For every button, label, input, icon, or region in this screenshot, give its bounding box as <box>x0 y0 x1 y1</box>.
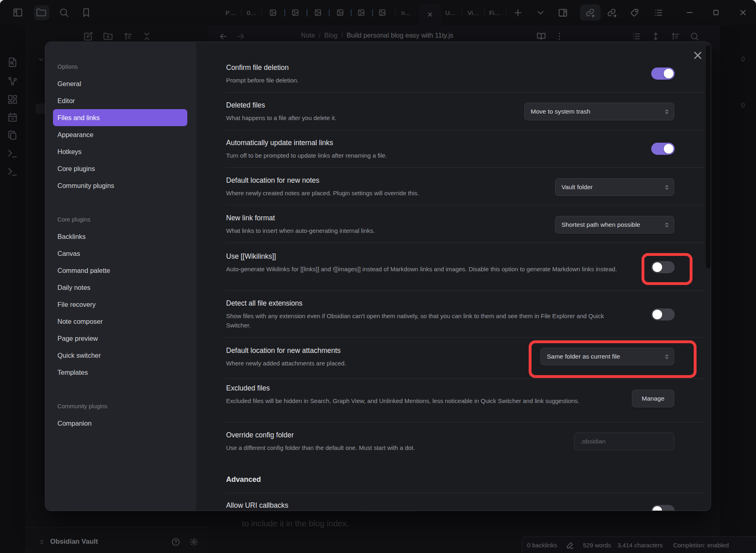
row-divider <box>225 243 704 243</box>
config-folder-input[interactable]: .obsidian <box>574 433 674 450</box>
setting-title: Excluded files <box>226 384 635 393</box>
chevrons-up-down-icon <box>663 353 670 360</box>
row-divider <box>225 337 704 338</box>
setting-row-auto-update-links: Automatically update internal links Turn… <box>226 139 635 160</box>
row-divider <box>225 205 704 205</box>
settings-group-header: Community plugins <box>45 398 196 415</box>
settings-tab-quick-switcher[interactable]: Quick switcher <box>53 347 187 364</box>
setting-desc: Prompt before file deletion. <box>226 76 629 85</box>
settings-tab-editor[interactable]: Editor <box>53 92 187 109</box>
row-divider <box>225 92 704 93</box>
row-divider <box>225 422 704 422</box>
settings-group-header: Core plugins <box>45 211 196 228</box>
settings-modal: OptionsGeneralEditorFiles and linksAppea… <box>45 42 711 511</box>
row-divider <box>225 290 704 291</box>
setting-row-override-config: Override config folder Use a different c… <box>226 431 635 453</box>
modal-scrollbar[interactable] <box>706 45 711 268</box>
setting-title: Detect all file extensions <box>226 299 635 308</box>
setting-row-detect-extensions: Detect all file extensions Show files wi… <box>226 299 635 330</box>
settings-tab-files-and-links[interactable]: Files and links <box>53 109 187 126</box>
new-notes-location-dropdown[interactable]: Vault folder <box>555 178 674 196</box>
confirm-file-deletion-toggle[interactable] <box>651 68 675 80</box>
settings-tab-file-recovery[interactable]: File recovery <box>53 296 187 313</box>
setting-title: Use [[Wikilinks]] <box>226 252 635 261</box>
setting-title: Override config folder <box>226 431 635 439</box>
new-link-format-dropdown[interactable]: Shortest path when possible <box>555 216 674 234</box>
chevrons-up-down-icon <box>663 108 670 115</box>
manage-excluded-files-button[interactable]: Manage <box>632 390 674 407</box>
setting-row-use-wikilinks: Use [[Wikilinks]] Auto-generate Wikilink… <box>226 252 635 274</box>
settings-tab-canvas[interactable]: Canvas <box>53 245 187 262</box>
row-divider <box>225 130 704 130</box>
use-wikilinks-toggle[interactable] <box>651 261 675 273</box>
settings-tab-community-plugins[interactable]: Community plugins <box>53 177 187 194</box>
setting-desc: Use a different config folder than the d… <box>226 443 629 453</box>
settings-tab-page-preview[interactable]: Page preview <box>53 330 187 347</box>
setting-row-excluded-files: Excluded files Excluded files will be hi… <box>226 384 635 406</box>
advanced-section-heading: Advanced <box>226 475 261 484</box>
row-divider <box>225 493 704 493</box>
setting-title: Confirm file deletion <box>226 63 635 72</box>
settings-tab-daily-notes[interactable]: Daily notes <box>53 279 187 296</box>
settings-tab-templates[interactable]: Templates <box>53 364 187 381</box>
obsidian-window: P…0…n…U…Vi…Fi… Note / Blog / Build perso… <box>0 0 756 553</box>
setting-desc: Excluded files will be hidden in Search,… <box>226 397 629 406</box>
settings-tab-hotkeys[interactable]: Hotkeys <box>53 143 187 160</box>
uri-callbacks-toggle[interactable] <box>651 505 675 511</box>
settings-group-header: Options <box>45 58 196 75</box>
chevrons-up-down-icon <box>663 222 670 228</box>
setting-title: Allow URI callbacks <box>226 501 635 510</box>
auto-update-links-toggle[interactable] <box>651 143 675 155</box>
setting-desc: Show files with any extension even if Ob… <box>226 312 629 330</box>
settings-tab-note-composer[interactable]: Note composer <box>53 313 187 330</box>
setting-desc: Auto-generate Wikilinks for [[links]] an… <box>226 265 629 274</box>
setting-desc: Turn off to be prompted to update links … <box>226 151 629 160</box>
setting-row-confirm-file-deletion: Confirm file deletion Prompt before file… <box>226 63 635 85</box>
settings-tab-backlinks[interactable]: Backlinks <box>53 228 187 245</box>
attachments-location-dropdown[interactable]: Same folder as current file <box>540 348 674 365</box>
row-divider <box>225 167 704 168</box>
row-divider <box>225 378 704 379</box>
settings-sidebar: OptionsGeneralEditorFiles and linksAppea… <box>45 42 196 511</box>
setting-title: Automatically update internal links <box>226 139 635 147</box>
settings-tab-general[interactable]: General <box>53 75 187 92</box>
settings-tab-appearance[interactable]: Appearance <box>53 126 187 143</box>
modal-close-icon[interactable] <box>692 49 704 61</box>
chevrons-up-down-icon <box>663 184 670 191</box>
settings-tab-companion[interactable]: Companion <box>53 415 187 432</box>
detect-extensions-toggle[interactable] <box>651 308 675 321</box>
settings-tab-core-plugins[interactable]: Core plugins <box>53 160 187 177</box>
deleted-files-dropdown[interactable]: Move to system trash <box>524 103 674 120</box>
settings-tab-command-palette[interactable]: Command palette <box>53 262 187 279</box>
setting-row-uri-callbacks: Allow URI callbacks <box>226 501 635 510</box>
